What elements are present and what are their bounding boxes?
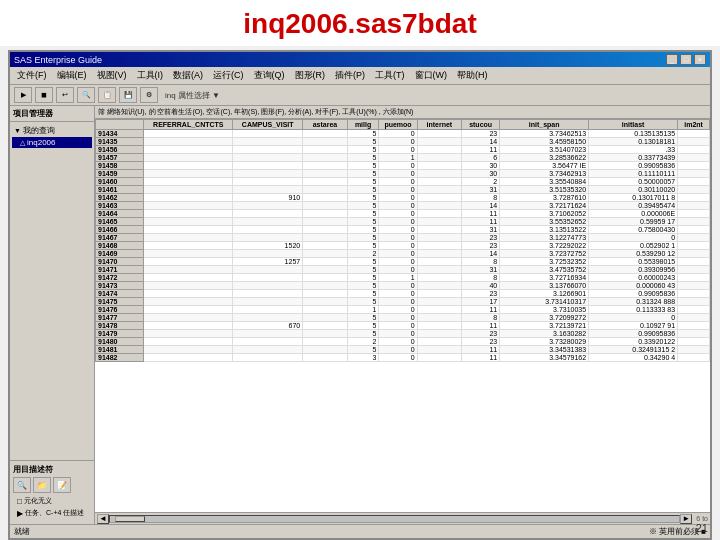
cell-millg: 5 <box>347 178 379 186</box>
menu-data[interactable]: 数据(A) <box>168 68 208 83</box>
cell-CAMPUS_VISIT <box>233 234 303 242</box>
cell-REFERRAL_CNTCTS <box>144 306 233 314</box>
cell-REFERRAL_CNTCTS <box>144 130 233 138</box>
menu-graph[interactable]: 图形(R) <box>290 68 331 83</box>
cell-puemoo: 1 <box>379 274 417 282</box>
cell-internet <box>417 186 461 194</box>
tree-item-meta1[interactable]: □ 元化无义 <box>15 495 89 507</box>
cell-id: 91478 <box>96 322 144 330</box>
menu-query[interactable]: 查询(Q) <box>249 68 290 83</box>
tree-item-meta2[interactable]: ▶ 任务、C-+4 任描述 <box>15 507 89 519</box>
cell-id: 91461 <box>96 186 144 194</box>
cell-puemoo: 0 <box>379 130 417 138</box>
maximize-button[interactable]: □ <box>680 54 692 65</box>
cell-puemoo: 0 <box>379 234 417 242</box>
cell-CAMPUS_VISIT: 1257 <box>233 258 303 266</box>
horizontal-scrollbar[interactable]: ◄ ► 6 to <box>95 512 710 524</box>
menu-help[interactable]: 帮助(H) <box>452 68 493 83</box>
cell-init_span: 3.72139721 <box>500 322 589 330</box>
cell-puemoo: 0 <box>379 218 417 226</box>
cell-REFERRAL_CNTCTS <box>144 330 233 338</box>
toolbar-btn-7[interactable]: ⚙ <box>140 87 158 103</box>
toolbar-btn-6[interactable]: 💾 <box>119 87 137 103</box>
cell-CAMPUS_VISIT <box>233 250 303 258</box>
cell-initlast: 0.60000243 <box>589 274 678 282</box>
cell-puemoo: 0 <box>379 210 417 218</box>
cell-im2nt <box>678 298 710 306</box>
cell-init_span: 3.72532352 <box>500 258 589 266</box>
cell-stucou: 23 <box>462 338 500 346</box>
cell-CAMPUS_VISIT <box>233 210 303 218</box>
cell-astarea <box>303 306 347 314</box>
cell-puemoo: 0 <box>379 306 417 314</box>
cell-init_span: 3.51407023 <box>500 146 589 154</box>
cell-id: 91456 <box>96 146 144 154</box>
table-row: 9146550113.553526520.59959 17 <box>96 218 710 226</box>
menu-file[interactable]: 文件(F) <box>12 68 52 83</box>
toolbar-btn-4[interactable]: 🔍 <box>77 87 95 103</box>
cell-initlast: 0.30110020 <box>589 186 678 194</box>
cell-stucou: 11 <box>462 354 500 362</box>
cell-millg: 5 <box>347 322 379 330</box>
cell-init_span: 3.12274773 <box>500 234 589 242</box>
cell-CAMPUS_VISIT <box>233 130 303 138</box>
menu-tool[interactable]: 工具(I) <box>132 68 169 83</box>
menu-plugin[interactable]: 插件(P) <box>330 68 370 83</box>
cell-millg: 5 <box>347 346 379 354</box>
menu-run[interactable]: 运行(C) <box>208 68 249 83</box>
status-left: 就绪 <box>14 526 30 537</box>
toolbar-btn-3[interactable]: ↩ <box>56 87 74 103</box>
table-row: 91468152050233.722920220.052902 1 <box>96 242 710 250</box>
cell-stucou: 23 <box>462 234 500 242</box>
tools-btn-3[interactable]: 📝 <box>53 477 71 493</box>
cell-millg: 5 <box>347 298 379 306</box>
cell-CAMPUS_VISIT <box>233 346 303 354</box>
cell-stucou: 2 <box>462 178 500 186</box>
window-title-bar: SAS Enterprise Guide _ □ × <box>10 52 710 67</box>
scroll-track[interactable] <box>109 515 680 523</box>
cell-id: 91466 <box>96 226 144 234</box>
cell-internet <box>417 322 461 330</box>
cell-CAMPUS_VISIT: 670 <box>233 322 303 330</box>
cell-init_span: 3.56477 IE <box>500 162 589 170</box>
tools-btn-1[interactable]: 🔍 <box>13 477 31 493</box>
cell-init_span: 3.51535320 <box>500 186 589 194</box>
cell-init_span: 3.73462913 <box>500 170 589 178</box>
cell-im2nt <box>678 314 710 322</box>
minimize-button[interactable]: _ <box>666 54 678 65</box>
scroll-right-btn[interactable]: ► <box>680 514 692 524</box>
scroll-left-btn[interactable]: ◄ <box>97 514 109 524</box>
toolbar-btn-5[interactable]: 📋 <box>98 87 116 103</box>
left-tools: 用目描述符 🔍 📁 📝 □ 元化无义 ▶ 任务、C-+4 任描述 <box>10 460 94 524</box>
col-header-internet: internet <box>417 120 461 130</box>
tools-btn-2[interactable]: 📁 <box>33 477 51 493</box>
cell-puemoo: 0 <box>379 314 417 322</box>
toolbar-btn-1[interactable]: ▶ <box>14 87 32 103</box>
data-table-container[interactable]: REFERRAL_CNTCTS CAMPUS_VISIT astarea mil… <box>95 119 710 512</box>
close-button[interactable]: × <box>694 54 706 65</box>
menu-tools2[interactable]: 工具(T) <box>370 68 410 83</box>
cell-id: 91477 <box>96 314 144 322</box>
tree-item-inq2006[interactable]: △ inq2006 <box>12 137 92 148</box>
menu-view[interactable]: 视图(V) <box>92 68 132 83</box>
cell-CAMPUS_VISIT: 910 <box>233 194 303 202</box>
tree-item-root[interactable]: ▼ 我的查询 <box>12 124 92 137</box>
cell-id: 91480 <box>96 338 144 346</box>
cell-astarea <box>303 218 347 226</box>
cell-init_span: 3.45958150 <box>500 138 589 146</box>
menu-edit[interactable]: 编辑(E) <box>52 68 92 83</box>
cell-id: 91474 <box>96 290 144 298</box>
main-content: 筛 網络知识(U), 的 空前着生活(O), 空话(C), 年初(S), 图形(… <box>95 106 710 524</box>
cell-REFERRAL_CNTCTS <box>144 210 233 218</box>
cell-puemoo: 0 <box>379 162 417 170</box>
cell-stucou: 14 <box>462 250 500 258</box>
page-title: inq2006.sas7bdat <box>0 0 720 46</box>
cell-puemoo: 0 <box>379 226 417 234</box>
scroll-thumb[interactable] <box>115 516 145 522</box>
toolbar-btn-2[interactable]: ◼ <box>35 87 53 103</box>
menu-window[interactable]: 窗口(W) <box>410 68 453 83</box>
cell-millg: 5 <box>347 130 379 138</box>
cell-astarea <box>303 250 347 258</box>
cell-astarea <box>303 354 347 362</box>
cell-im2nt <box>678 202 710 210</box>
